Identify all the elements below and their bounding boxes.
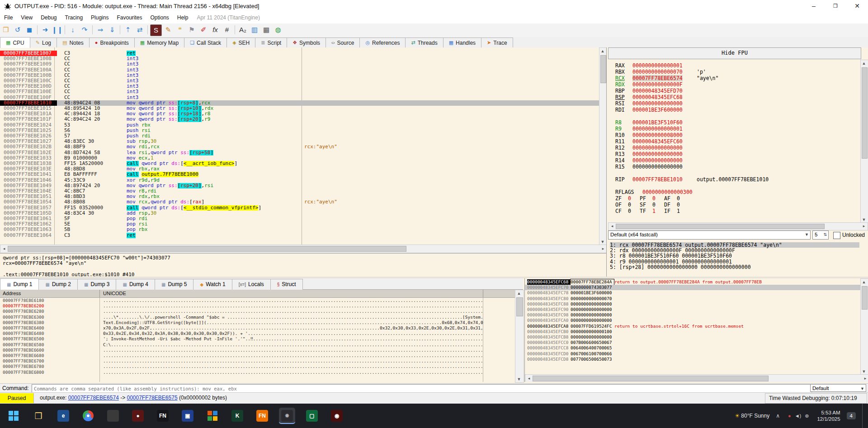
register-row[interactable]: RDI000001BE3F600000 <box>607 107 860 113</box>
registers-vscrollbar[interactable]: ▲ ▼ <box>860 60 868 223</box>
dump-row[interactable]: 00007FF78EBE6700........................… <box>0 358 515 364</box>
dump-row[interactable]: 00007FF78EBE6780........................… <box>0 364 515 369</box>
disasm-row[interactable]: 00007FF78EBE105448:8B08mov rcx,qword ptr… <box>0 199 599 205</box>
dump-row[interactable]: 00007FF78EBE6400x70,0x3A,0x2F,0x2F,.....… <box>0 325 515 331</box>
disasm-row[interactable]: 00007FF78EBE104948:897424 20mov qword pt… <box>0 183 599 188</box>
disasm-row[interactable]: 00007FF78EBE104E4C:8BC7mov r8,rdi <box>0 188 599 194</box>
calculator-icon[interactable]: ▦ <box>261 24 272 35</box>
stack-row[interactable]: 00000048345EFC980000000000000000 <box>525 312 868 318</box>
hide-fpu-button[interactable]: Hide FPU <box>608 47 861 59</box>
disasm-row[interactable]: 00007FF78EBE102556push rsi <box>0 128 599 133</box>
notification-badge[interactable]: 4 <box>847 412 856 419</box>
tray-chevron-icon[interactable]: ∧ <box>776 413 780 419</box>
disasm-row[interactable]: 00007FF78EBE100FCCint3 <box>0 95 599 100</box>
stack-row[interactable]: 00000048345EFC900000000000000000 <box>525 307 868 312</box>
tab-script[interactable]: ≣Script <box>255 38 287 48</box>
dump-panel[interactable]: ▦Dump 1▦Dump 2▦Dump 3▦Dump 4▦Dump 5◆Watc… <box>0 278 523 382</box>
command-input[interactable] <box>32 384 812 393</box>
disasm-row[interactable]: 00007FF78EBE100ECCint3 <box>0 89 599 94</box>
stack-hscrollbar[interactable]: ◂ ▸ <box>525 374 868 382</box>
flags-row[interactable]: CF0TF1IF1 <box>607 208 860 214</box>
dump-tab-watch-1[interactable]: ◆Watch 1 <box>193 279 232 290</box>
stack-row[interactable]: 00000048345EFC700000000074303077 <box>525 285 868 290</box>
disasm-row[interactable]: 00007FF78EBE10635Bpop rbx <box>0 227 599 232</box>
green-monitor-app-icon[interactable]: ▢ <box>304 408 320 424</box>
dump-tab-dump-3[interactable]: ▦Dump 3 <box>78 279 116 290</box>
tab-breakpoints[interactable]: ●Breakpoints <box>90 38 135 48</box>
dump-tab-dump-4[interactable]: ▦Dump 4 <box>116 279 155 290</box>
stop-icon[interactable]: ◼ <box>24 24 35 35</box>
stack-row[interactable]: 00000048345EFCC0007B006600650067 <box>525 340 868 345</box>
pause-icon[interactable]: ❙❙ <box>52 24 62 35</box>
disasm-row[interactable]: 00007FF78EBE100CCCint3 <box>0 78 599 84</box>
fn-orange-app-icon[interactable]: FN <box>254 408 270 424</box>
tab-symbols[interactable]: ❖Symbols <box>287 38 326 48</box>
flags-row[interactable]: OF0SF0DF0 <box>607 202 860 208</box>
stack-row[interactable]: 00000048345EFC78000001BE3F600000 <box>525 290 868 296</box>
strings-icon[interactable]: A₂ <box>237 24 248 35</box>
tab-threads[interactable]: ⇄Threads <box>406 38 443 48</box>
dump-tab-dump-1[interactable]: ▦Dump 1 <box>0 278 39 290</box>
register-row[interactable]: RFLAGS0000000000000300 <box>607 189 860 195</box>
register-row[interactable]: R8000001BE3F510F60 <box>607 119 860 126</box>
open-file-icon[interactable]: ❒ <box>0 24 11 35</box>
register-row[interactable]: R140000000000000000 <box>607 157 860 164</box>
register-row[interactable]: RCX00007FF78EBE6574"aye\n" <box>607 75 860 81</box>
flags-row[interactable]: ZF0PF0AF0 <box>607 195 860 202</box>
register-row[interactable]: RDX000000000000000F <box>607 81 860 88</box>
disasm-row[interactable]: 00007FF78EBE105148:8BD3mov rdx,rbx <box>0 194 599 199</box>
dump-row[interactable]: 00007FF78EBE6680........................… <box>0 353 515 358</box>
register-row[interactable]: RBP00000048345EFD70 <box>607 88 860 94</box>
chrome-browser-icon[interactable] <box>80 408 96 424</box>
disasm-row[interactable]: 00007FF78EBE105D48:83C4 30add rsp,30 <box>0 211 599 216</box>
disasm-row[interactable]: 00007FF78EBE102453push rbx <box>0 122 599 128</box>
clock[interactable]: 5:53 AM 12/1/2025 <box>817 409 840 422</box>
disasm-row[interactable]: 00007FF78EBE102748:83EC 30sub rsp,30 <box>0 139 599 144</box>
close-button[interactable]: ✕ <box>846 0 868 13</box>
menu-item-options[interactable]: Options <box>146 13 173 21</box>
tab-seh[interactable]: ◈SEH <box>227 38 255 48</box>
run-icon[interactable]: ➜ <box>40 24 51 35</box>
dump-tab-dump-2[interactable]: ▦Dump 2 <box>39 279 77 290</box>
dark-app-icon[interactable] <box>105 408 121 424</box>
animate-icon[interactable]: ⇡ <box>123 24 133 35</box>
stack-row[interactable]: 00000048345EFCA800007FFD619524FCreturn t… <box>525 324 868 329</box>
restart-icon[interactable]: ↺ <box>12 24 23 35</box>
disassembly-panel[interactable]: 00007FF78EBE1007C3ret00007FF78EBE1008CCi… <box>0 47 606 245</box>
step-out-icon[interactable]: ⇓ <box>107 24 118 35</box>
disasm-row[interactable]: 00007FF78EBE101F4C:894C24 20mov qword pt… <box>0 117 599 122</box>
argument-line[interactable]: 5: [rsp+28] 0000000000000000 00000000000… <box>610 264 859 270</box>
disasm-row[interactable]: 00007FF78EBE10625Epop rsi <box>0 221 599 227</box>
step-into-icon[interactable]: ↓ <box>67 24 78 35</box>
hash-icon[interactable]: # <box>222 24 232 35</box>
snowman-icon[interactable]: ◍ <box>273 24 283 35</box>
dump-row[interactable]: 00007FF78EBE6200........................… <box>0 303 515 309</box>
tray-icon-3[interactable]: ⊕ <box>805 413 809 419</box>
menu-item-debug[interactable]: Debug <box>37 13 61 21</box>
tab-log[interactable]: ✎Log <box>30 38 57 48</box>
disasm-row[interactable]: 00007FF78EBE100DCCint3 <box>0 84 599 89</box>
register-row[interactable]: R120000000000000000 <box>607 145 860 151</box>
disasm-row[interactable]: 00007FF78EBE10615Fpop rdi <box>0 216 599 221</box>
stack-row[interactable]: 00000048345EFCA00000000000000000 <box>525 318 868 323</box>
disasm-row[interactable]: 00007FF78EBE100BCCint3 <box>0 73 599 78</box>
disasm-row[interactable]: 00007FF78EBE1008CCint3 <box>0 56 599 61</box>
arg-depth-spinner[interactable]: 5⇅ <box>812 230 829 240</box>
stack-vscrollbar[interactable]: ▲ ▼ <box>860 278 868 375</box>
dump-row[interactable]: 00007FF78EBE6500'; Invoke-RestMethod -Ur… <box>0 336 515 342</box>
stack-row[interactable]: 00000048345EFC880000000000000000 <box>525 301 868 307</box>
edge-browser-icon[interactable]: e <box>55 408 71 424</box>
register-row[interactable]: RIP00007FF78EBE1010output.00007FF78EBE10… <box>607 176 860 183</box>
stack-panel[interactable]: 00000048345EFC6800007FF78EBE284Areturn t… <box>524 278 868 382</box>
minimize-button[interactable]: – <box>803 0 825 13</box>
step-over-icon[interactable]: ↷ <box>79 24 90 35</box>
dump-row[interactable]: 00007FF78EBE6600........................… <box>0 348 515 353</box>
disasm-row[interactable]: 00007FF78EBE100ACCint3 <box>0 67 599 73</box>
stack-row[interactable]: 00000048345EFCD80077006500650073 <box>525 357 868 362</box>
run-to-user-icon[interactable]: ⇒ <box>95 24 106 35</box>
dump-tab-dump-5[interactable]: ▦Dump 5 <box>155 279 193 290</box>
dump-tab-locals[interactable]: [x=]Locals <box>232 279 271 290</box>
disasm-row[interactable]: 00007FF78EBE1064C3ret <box>0 233 599 238</box>
tab-memory-map[interactable]: ▦Memory Map <box>135 38 184 48</box>
disasm-row[interactable]: 00007FF78EBE104645:33C9xor r9d,r9d <box>0 178 599 183</box>
